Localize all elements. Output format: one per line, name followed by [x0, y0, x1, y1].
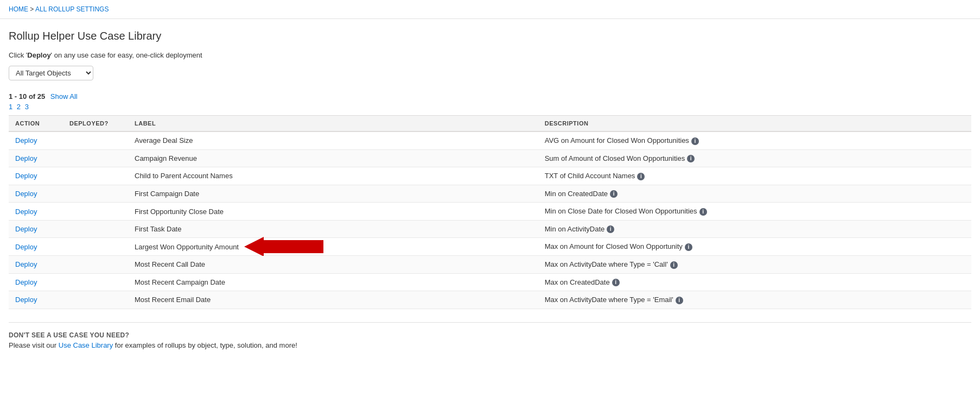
- description-cell: Sum of Amount of Closed Won Opportunitie…: [538, 149, 971, 167]
- table-row: DeployAverage Deal SizeAVG on Amount for…: [9, 131, 971, 149]
- deployed-cell: [63, 185, 128, 203]
- deployed-cell: [63, 273, 128, 291]
- info-icon[interactable]: i: [687, 155, 695, 162]
- page-1-link[interactable]: 1: [9, 103, 12, 111]
- deployed-cell: [63, 220, 128, 238]
- footer-title: DON'T SEE A USE CASE YOU NEED?: [9, 331, 971, 339]
- breadcrumb-separator: >: [28, 5, 35, 13]
- label-cell: Largest Won Opportunity Amount: [128, 238, 538, 256]
- show-all-link[interactable]: Show All: [50, 92, 78, 101]
- deployed-cell: [63, 203, 128, 221]
- deploy-link-2[interactable]: Deploy: [15, 172, 37, 180]
- description-cell: Min on ActivityDatei: [538, 220, 971, 238]
- deployed-cell: [63, 149, 128, 167]
- page-links: 1 2 3: [9, 103, 971, 111]
- deploy-link-4[interactable]: Deploy: [15, 208, 37, 216]
- table-row: DeployLargest Won Opportunity AmountMax …: [9, 238, 971, 256]
- label-cell: Most Recent Email Date: [128, 291, 538, 309]
- description-cell: AVG on Amount for Closed Won Opportuniti…: [538, 131, 971, 149]
- table-row: DeployFirst Opportunity Close DateMin on…: [9, 203, 971, 221]
- col-header-deployed: DEPLOYED?: [63, 116, 128, 132]
- col-header-action: ACTION: [9, 116, 63, 132]
- table-row: DeployChild to Parent Account NamesTXT o…: [9, 167, 971, 185]
- col-header-label: LABEL: [128, 116, 538, 132]
- breadcrumb-home-link[interactable]: HOME: [9, 5, 28, 13]
- pagination-info: 1 - 10 of 25 Show All: [9, 92, 971, 101]
- label-cell: First Task Date: [128, 220, 538, 238]
- table-row: DeployFirst Task DateMin on ActivityDate…: [9, 220, 971, 238]
- deploy-link-5[interactable]: Deploy: [15, 225, 37, 233]
- info-icon[interactable]: i: [670, 261, 678, 269]
- page-2-link[interactable]: 2: [17, 103, 21, 111]
- deploy-link-7[interactable]: Deploy: [15, 260, 37, 268]
- deployed-cell: [63, 131, 128, 149]
- deploy-link-9[interactable]: Deploy: [15, 296, 37, 304]
- deployed-cell: [63, 167, 128, 185]
- deploy-link-8[interactable]: Deploy: [15, 278, 37, 286]
- description-cell: Max on ActivityDate where Type = 'Call'i: [538, 255, 971, 273]
- info-icon[interactable]: i: [691, 137, 699, 145]
- table-row: DeployMost Recent Campaign DateMax on Cr…: [9, 273, 971, 291]
- label-cell: First Opportunity Close Date: [128, 203, 538, 221]
- info-icon[interactable]: i: [699, 208, 707, 216]
- breadcrumb: HOME > ALL ROLLUP SETTINGS: [0, 0, 980, 19]
- label-cell: Most Recent Call Date: [128, 255, 538, 273]
- deployed-cell: [63, 291, 128, 309]
- label-cell: Most Recent Campaign Date: [128, 273, 538, 291]
- description-cell: Max on Amount for Closed Won Opportunity…: [538, 238, 971, 256]
- deployed-cell: [63, 255, 128, 273]
- use-case-library-link[interactable]: Use Case Library: [59, 341, 113, 349]
- target-objects-filter[interactable]: All Target Objects Account Contact Oppor…: [9, 66, 93, 80]
- page-title: Rollup Helper Use Case Library: [9, 30, 971, 42]
- label-cell: Child to Parent Account Names: [128, 167, 538, 185]
- description-cell: Min on Close Date for Closed Won Opportu…: [538, 203, 971, 221]
- page-3-link[interactable]: 3: [25, 103, 29, 111]
- description-cell: TXT of Child Account Namesi: [538, 167, 971, 185]
- deploy-link-6[interactable]: Deploy: [15, 243, 37, 251]
- label-cell: First Campaign Date: [128, 185, 538, 203]
- info-icon[interactable]: i: [676, 297, 683, 304]
- description-cell: Max on ActivityDate where Type = 'Email'…: [538, 291, 971, 309]
- info-icon[interactable]: i: [607, 225, 614, 233]
- table-row: DeployMost Recent Email DateMax on Activ…: [9, 291, 971, 309]
- footer-text: Please visit our Use Case Library for ex…: [9, 341, 971, 349]
- table-row: DeployFirst Campaign DateMin on CreatedD…: [9, 185, 971, 203]
- description-cell: Max on CreatedDatei: [538, 273, 971, 291]
- use-case-table: ACTION DEPLOYED? LABEL DESCRIPTION Deplo…: [9, 115, 971, 309]
- breadcrumb-current: ALL ROLLUP SETTINGS: [35, 5, 109, 13]
- label-cell: Campaign Revenue: [128, 149, 538, 167]
- info-icon[interactable]: i: [637, 173, 645, 180]
- info-icon[interactable]: i: [685, 243, 692, 251]
- deploy-link-0[interactable]: Deploy: [15, 136, 37, 145]
- info-icon[interactable]: i: [612, 279, 620, 286]
- table-row: DeployMost Recent Call DateMax on Activi…: [9, 255, 971, 273]
- label-cell: Average Deal Size: [128, 131, 538, 149]
- deployed-cell: [63, 238, 128, 256]
- instruction-text: Click 'Deploy' on any use case for easy,…: [9, 51, 971, 59]
- table-row: DeployCampaign RevenueSum of Amount of C…: [9, 149, 971, 167]
- col-header-description: DESCRIPTION: [538, 116, 971, 132]
- footer-section: DON'T SEE A USE CASE YOU NEED? Please vi…: [9, 322, 971, 349]
- deploy-link-3[interactable]: Deploy: [15, 190, 37, 198]
- description-cell: Min on CreatedDatei: [538, 185, 971, 203]
- info-icon[interactable]: i: [610, 190, 618, 198]
- deploy-link-1[interactable]: Deploy: [15, 154, 37, 162]
